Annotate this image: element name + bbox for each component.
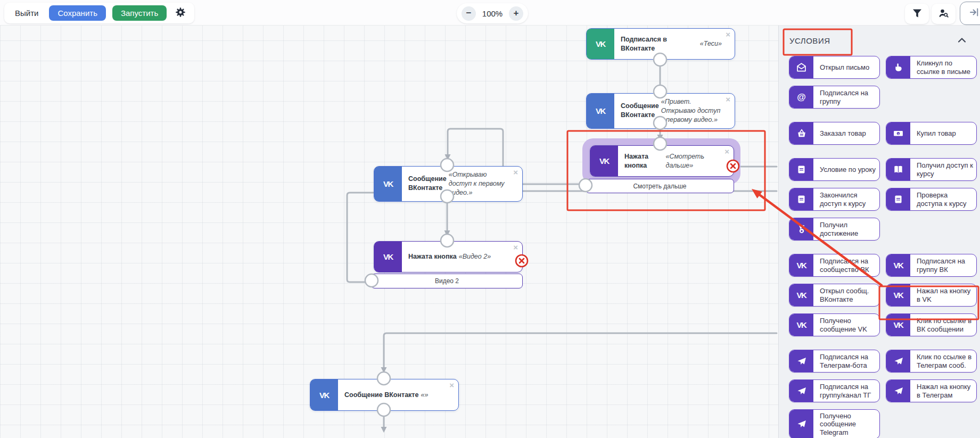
vk-icon: VK xyxy=(310,379,338,410)
vk-icon: VK xyxy=(590,146,618,176)
condition-card[interactable]: Подписался на группу/канал ТГ xyxy=(789,379,880,402)
zoom-in-button[interactable]: + xyxy=(509,6,523,21)
close-icon[interactable]: × xyxy=(513,168,518,176)
zoom-out-button[interactable]: − xyxy=(462,6,476,21)
conditions-row: Получено сообщение Telegram xyxy=(779,409,980,438)
filter-button[interactable] xyxy=(905,4,929,24)
toolbar: Выйти Сохранить Запустить xyxy=(0,0,980,26)
zoom-controls: − 100% + xyxy=(457,3,528,23)
collapse-panel-button[interactable] xyxy=(960,2,980,25)
condition-card[interactable]: VKПодписался на сообщество ВК xyxy=(789,254,880,277)
flow-node[interactable]: VKСообщение ВКонтакте«Открываю доступ к … xyxy=(374,166,523,202)
conditions-row: Подписался на группу/канал ТГНажал на кн… xyxy=(779,379,980,402)
close-icon[interactable]: × xyxy=(449,381,454,389)
condition-card[interactable]: Условие по уроку xyxy=(789,158,880,181)
medal-icon xyxy=(789,218,813,240)
chevron-up-icon[interactable] xyxy=(955,34,969,47)
conditions-row: @Подписался на группу xyxy=(779,86,980,109)
condition-card[interactable]: VKПолучено сообщение VK xyxy=(789,313,880,336)
vk-icon: VK xyxy=(587,94,614,128)
conditions-panel-header: УСЛОВИЯ xyxy=(779,25,980,56)
condition-card[interactable]: 1Купил товар xyxy=(886,122,977,145)
envelope-icon xyxy=(789,56,813,78)
close-icon[interactable]: × xyxy=(513,243,518,251)
conditions-row: VKПолучено сообщение VKVKКлик по ссылке … xyxy=(779,313,980,336)
save-button[interactable]: Сохранить xyxy=(49,5,106,21)
condition-card-label: Нажал на кнопку в VK xyxy=(910,284,976,306)
flow-node[interactable]: VKНажата кнопка«Смотреть дальше»× xyxy=(590,145,734,177)
condition-card[interactable]: Получил доступ к курсу xyxy=(886,158,977,181)
condition-card[interactable]: Получил достижение xyxy=(789,218,880,241)
hand-click-icon xyxy=(886,56,910,78)
condition-card[interactable]: VKНажал на кнопку в VK xyxy=(886,284,977,307)
conditions-row: Условие по урокуПолучил доступ к курсу xyxy=(779,158,980,181)
toolbar-button-group: Выйти Сохранить Запустить xyxy=(4,3,194,23)
conditions-row: VKОткрыл сообщ. ВКонтактеVKНажал на кноп… xyxy=(779,284,980,307)
user-search-icon xyxy=(937,7,950,21)
banknote-icon: 1 xyxy=(886,122,910,144)
condition-card[interactable]: VKКлик по ссылке в ВК сообщении xyxy=(886,313,977,336)
node-title: Сообщение ВКонтакте«» xyxy=(338,379,458,410)
flow-node[interactable]: VKСообщение ВКонтакте«Привет. Открываю д… xyxy=(586,93,735,129)
conditions-section: Условие по урокуПолучил доступ к курсуЗа… xyxy=(779,158,980,241)
condition-card-label: Нажал на кнопку в Телеграм xyxy=(910,380,976,402)
condition-card[interactable]: Клик по ссылке в Телеграм сооб. xyxy=(886,350,977,373)
conditions-section: VKПодписался на сообщество ВКVKПодписалс… xyxy=(779,254,980,336)
exit-button[interactable]: Выйти xyxy=(11,6,43,20)
condition-card-label: Клик по ссылке в ВК сообщении xyxy=(910,314,976,336)
telegram-icon xyxy=(789,380,813,402)
condition-card-label: Получено сообщение Telegram xyxy=(813,410,879,438)
condition-card-label: Получил достижение xyxy=(813,218,879,240)
condition-card-label: Подписался на группу ВК xyxy=(910,254,976,276)
condition-card-label: Получил доступ к курсу xyxy=(910,159,976,180)
condition-card[interactable]: VKОткрыл сообщ. ВКонтакте xyxy=(789,284,880,307)
book-icon xyxy=(886,188,910,210)
condition-card[interactable]: Получено сообщение Telegram xyxy=(789,409,880,438)
conditions-section: Заказал товар1Купил товар xyxy=(779,122,980,145)
node-title: Сообщение ВКонтакте«Открываю доступ к пе… xyxy=(402,167,522,201)
vk-icon: VK xyxy=(374,167,402,201)
condition-card[interactable]: Проверка доступа к курсу xyxy=(886,188,977,211)
conditions-panel: УСЛОВИЯ Открыл письмоКликнул по ссылке в… xyxy=(778,25,980,438)
flow-node[interactable]: VKПодписался в ВКонтакте«Теси»× xyxy=(586,28,735,60)
close-icon[interactable]: × xyxy=(726,95,730,103)
settings-button[interactable] xyxy=(173,5,188,21)
conditions-row: Получил достижение xyxy=(779,218,980,241)
user-search-button[interactable] xyxy=(932,4,956,24)
flow-node[interactable]: VKНажата кнопка«Видео 2»× xyxy=(374,241,523,272)
zoom-level: 100% xyxy=(481,9,504,18)
run-button[interactable]: Запустить xyxy=(112,5,167,21)
condition-card-label: Условие по уроку xyxy=(813,159,879,180)
condition-card-label: Открыл сообщ. ВКонтакте xyxy=(813,284,879,306)
condition-card-label: Подписался на группу xyxy=(813,86,879,108)
condition-card[interactable]: Заказал товар xyxy=(789,122,880,145)
panel-title: УСЛОВИЯ xyxy=(789,36,830,45)
condition-card[interactable]: Открыл письмо xyxy=(789,56,880,79)
condition-card[interactable]: @Подписался на группу xyxy=(789,86,880,109)
at-icon: @ xyxy=(789,86,813,108)
conditions-row: Открыл письмоКликнул по ссылке в письме xyxy=(779,56,980,79)
conditions-section: Открыл письмоКликнул по ссылке в письме@… xyxy=(779,56,980,109)
close-icon[interactable]: × xyxy=(724,147,729,155)
condition-card[interactable]: Кликнул по ссылке в письме xyxy=(886,56,977,79)
conditions-row: Закончился доступ к курсуПроверка доступ… xyxy=(779,188,980,211)
flow-builder-app: VKПодписался в ВКонтакте«Теси»×VKСообщен… xyxy=(0,0,980,438)
node-title: Подписался в ВКонтакте«Теси» xyxy=(614,29,735,59)
telegram-icon xyxy=(789,350,813,372)
condition-card[interactable]: Нажал на кнопку в Телеграм xyxy=(886,379,977,402)
condition-card[interactable]: Закончился доступ к курсу xyxy=(789,188,880,211)
gear-icon xyxy=(174,6,187,20)
close-icon[interactable]: × xyxy=(726,30,730,38)
flow-node[interactable]: VKСообщение ВКонтакте«»× xyxy=(310,379,459,411)
telegram-icon xyxy=(886,350,910,372)
condition-card[interactable]: VKПодписался на группу ВК xyxy=(886,254,977,277)
node-button-row[interactable]: Смотреть дальше xyxy=(586,179,734,193)
node-title: Нажата кнопка«Видео 2» xyxy=(402,242,522,272)
node-title: Нажата кнопка«Смотреть дальше» xyxy=(618,146,734,176)
conditions-row: Подписался на Телеграм-ботаКлик по ссылк… xyxy=(779,350,980,373)
condition-card-label: Заказал товар xyxy=(813,122,879,144)
condition-card[interactable]: Подписался на Телеграм-бота xyxy=(789,350,880,373)
node-button-row[interactable]: Видео 2 xyxy=(371,274,523,288)
node-title: Сообщение ВКонтакте«Привет. Открываю дос… xyxy=(614,94,735,128)
conditions-list: Открыл письмоКликнул по ссылке в письме@… xyxy=(779,56,980,438)
